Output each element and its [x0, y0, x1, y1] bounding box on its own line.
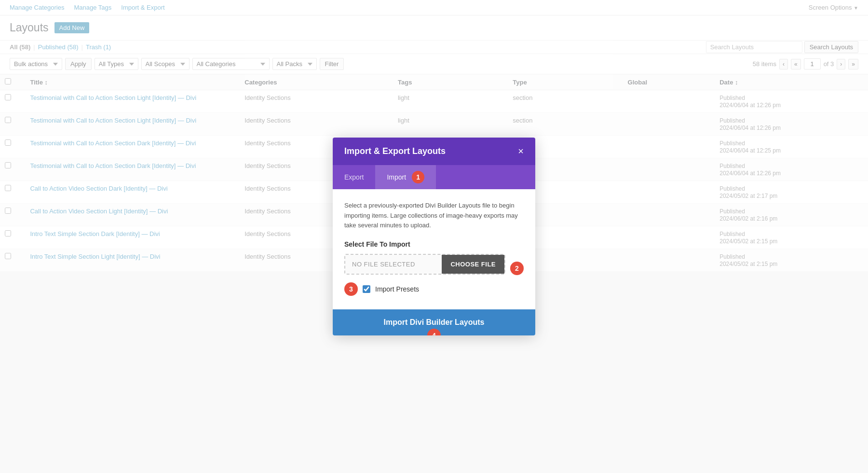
modal-title: Import & Export Layouts [344, 146, 446, 156]
modal-header: Import & Export Layouts × [333, 138, 535, 165]
import-presets-row: 3 Import Presets [344, 282, 524, 296]
modal-body: Select a previously-exported Divi Builde… [333, 189, 535, 309]
step-2-badge: 2 [510, 262, 524, 275]
step-3-badge: 3 [344, 282, 358, 296]
import-presets-checkbox[interactable] [363, 285, 370, 293]
modal-footer: Import Divi Builder Layouts 4 [333, 309, 535, 335]
file-input-row: NO FILE SELECTED CHOOSE FILE [344, 254, 505, 275]
import-presets-label: Import Presets [375, 285, 419, 293]
tab-import-badge: 1 [412, 171, 424, 183]
modal-description: Select a previously-exported Divi Builde… [344, 201, 524, 231]
tab-export[interactable]: Export [333, 165, 375, 189]
file-placeholder: NO FILE SELECTED [345, 255, 442, 274]
choose-file-button[interactable]: CHOOSE FILE [442, 255, 504, 274]
tab-import[interactable]: Import 1 [375, 165, 436, 189]
modal-close-button[interactable]: × [518, 146, 524, 156]
import-export-modal: Import & Export Layouts × Export Import … [333, 138, 535, 335]
select-file-label: Select File To Import [344, 240, 524, 248]
modal-overlay: Import & Export Layouts × Export Import … [0, 0, 868, 473]
modal-tabs: Export Import 1 [333, 165, 535, 189]
